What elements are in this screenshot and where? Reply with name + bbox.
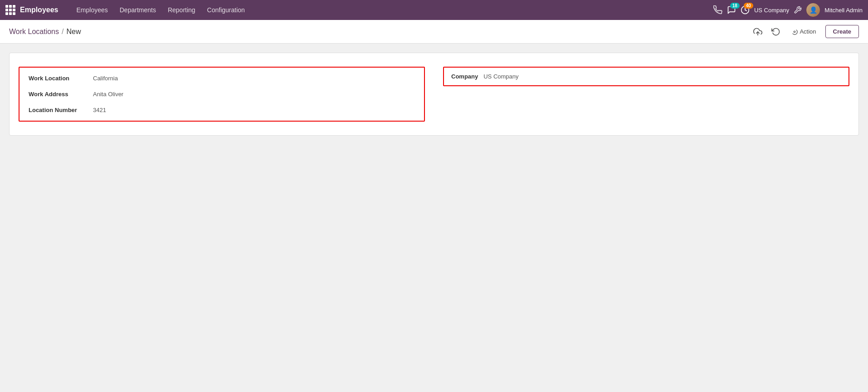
settings-wrench-icon[interactable] <box>794 6 802 14</box>
location-number-row: Location Number 3421 <box>29 107 415 113</box>
breadcrumb: Work Locations / New <box>9 28 81 36</box>
company-selector[interactable]: US Company <box>754 7 789 14</box>
nav-configuration[interactable]: Configuration <box>202 4 250 16</box>
svg-point-2 <box>794 31 796 33</box>
app-name: Employees <box>20 6 58 14</box>
work-address-value[interactable]: Anita Oliver <box>93 91 123 98</box>
nav-employees[interactable]: Employees <box>71 4 113 16</box>
main-menu: Employees Departments Reporting Configur… <box>71 4 711 16</box>
work-location-row: Work Location California <box>29 75 415 82</box>
phone-icon[interactable] <box>713 5 722 15</box>
create-button[interactable]: Create <box>825 25 859 38</box>
chat-button[interactable]: 18 <box>727 5 736 15</box>
undo-button[interactable] <box>770 25 782 38</box>
nav-departments[interactable]: Departments <box>114 4 161 16</box>
activity-button[interactable]: 40 <box>741 5 750 15</box>
nav-reporting[interactable]: Reporting <box>162 4 201 16</box>
left-section: Work Location California Work Address An… <box>19 67 425 122</box>
company-label: Company <box>451 73 478 80</box>
action-bar: Work Locations / New Action Cr <box>0 20 868 44</box>
app-brand[interactable]: Employees <box>5 5 65 15</box>
company-value[interactable]: US Company <box>483 73 529 80</box>
location-number-label: Location Number <box>29 107 88 113</box>
breadcrumb-current: New <box>66 28 81 36</box>
work-location-label: Work Location <box>29 75 88 82</box>
right-section: Company US Company <box>443 67 849 122</box>
apps-grid-icon[interactable] <box>5 5 15 15</box>
main-content: Work Location California Work Address An… <box>0 44 868 392</box>
breadcrumb-separator: / <box>62 28 63 36</box>
activity-badge: 40 <box>744 3 753 9</box>
location-field-group: Work Location California Work Address An… <box>19 67 425 122</box>
work-location-value[interactable]: California <box>93 75 118 82</box>
form-grid: Work Location California Work Address An… <box>19 67 849 122</box>
chat-badge: 18 <box>730 3 740 9</box>
company-field-group: Company US Company <box>443 67 849 86</box>
action-bar-right: Action Create <box>751 25 859 38</box>
avatar[interactable]: 👤 <box>806 3 820 17</box>
form-card: Work Location California Work Address An… <box>9 53 859 136</box>
navbar-right: 18 40 US Company 👤 Mitchell Admin <box>713 3 863 17</box>
location-number-value[interactable]: 3421 <box>93 107 106 113</box>
breadcrumb-parent[interactable]: Work Locations <box>9 28 59 36</box>
action-button[interactable]: Action <box>788 26 819 37</box>
admin-name: Mitchell Admin <box>824 7 863 14</box>
work-address-label: Work Address <box>29 91 88 98</box>
top-navbar: Employees Employees Departments Reportin… <box>0 0 868 20</box>
action-label: Action <box>800 28 816 35</box>
save-cloud-button[interactable] <box>751 25 764 38</box>
work-address-row: Work Address Anita Oliver <box>29 91 415 98</box>
